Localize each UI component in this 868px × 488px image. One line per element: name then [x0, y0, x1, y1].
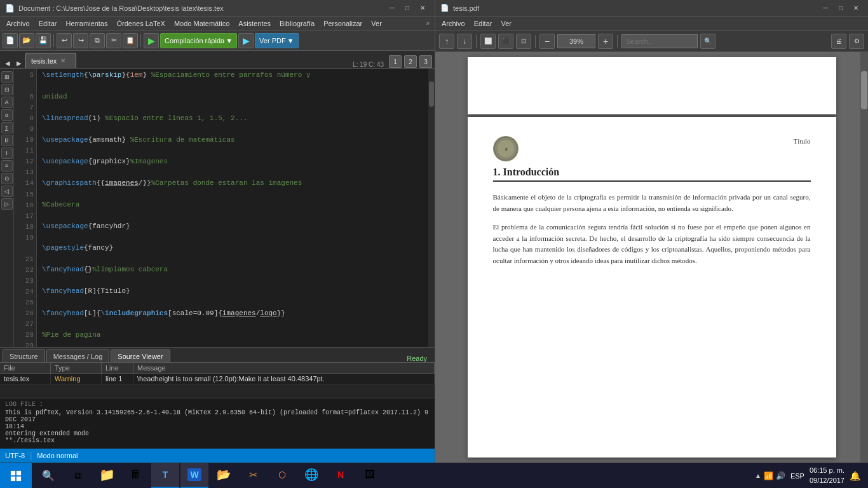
tab-next-button[interactable]: ▶ — [14, 58, 24, 68]
pdf-zoom-out-button[interactable]: − — [539, 34, 555, 49]
tab-structure[interactable]: Structure — [3, 349, 45, 362]
language-indicator[interactable]: ESP — [788, 472, 807, 480]
tab-filename: tesis.tex — [31, 57, 57, 65]
pdf-page-title-text: Título — [794, 136, 811, 145]
side-tool-2[interactable]: ⊟ — [1, 84, 13, 95]
chrome-icon: 🌐 — [304, 468, 318, 482]
menu-ver[interactable]: Ver — [367, 18, 386, 29]
menu-personalizar[interactable]: Personalizar — [320, 18, 366, 29]
menu-bibliografia[interactable]: Bibliografía — [276, 18, 318, 29]
pdf-settings-button[interactable]: ⚙ — [849, 34, 864, 49]
taskbar-app-word[interactable]: W — [180, 463, 208, 489]
pdf-close-button[interactable]: ✕ — [849, 2, 863, 15]
pdf-forward-button[interactable]: ↓ — [457, 34, 472, 49]
side-tool-7[interactable]: I — [1, 147, 13, 159]
new-file-button[interactable]: 📄 — [3, 33, 18, 48]
view-pdf-button[interactable]: Ver PDF ▼ — [255, 33, 298, 48]
tab-num-3[interactable]: 3 — [419, 55, 432, 68]
taskbar-app-photos[interactable]: 🖼 — [356, 463, 384, 489]
run-button[interactable]: ▶ — [144, 33, 159, 48]
volume-icon[interactable]: 🔊 — [776, 471, 785, 480]
close-button[interactable]: ✕ — [416, 2, 430, 15]
chevron-up-icon[interactable]: ▲ — [755, 472, 761, 479]
taskbar-app-netflix[interactable]: N — [327, 463, 355, 489]
taskbar-app-git[interactable]: ⬡ — [268, 463, 296, 489]
menu-asistentes[interactable]: Asistentes — [234, 18, 275, 29]
cut-button[interactable]: ✂ — [106, 33, 121, 48]
menu-overflow[interactable]: » — [423, 18, 432, 28]
pdf-zoom-input[interactable] — [557, 34, 595, 48]
side-tool-5[interactable]: ∑ — [1, 122, 13, 133]
start-button[interactable] — [0, 463, 32, 489]
minimize-button[interactable]: ─ — [385, 2, 399, 15]
taskbar-app-texstudio[interactable]: T — [151, 463, 179, 489]
menu-archivo[interactable]: Archivo — [3, 18, 34, 29]
pdf-menu-archivo[interactable]: Archivo — [438, 18, 469, 29]
tab-prev-button[interactable]: ◀ — [3, 58, 13, 68]
warning-message: \headheight is too small (12.0pt):Make i… — [133, 374, 435, 384]
vertical-scrollbar[interactable] — [428, 69, 435, 347]
pdf-back-button[interactable]: ↑ — [439, 34, 454, 49]
open-button[interactable]: 📂 — [19, 33, 34, 48]
paste-button[interactable]: 📋 — [123, 33, 138, 48]
side-tool-3[interactable]: A — [1, 97, 13, 108]
taskbar-app-snipping[interactable]: ✂ — [239, 463, 267, 489]
current-time: 06:15 p. m. — [810, 466, 844, 475]
pdf-window-title: tesis.pdf — [453, 4, 815, 12]
file-tab-tesis[interactable]: tesis.tex ✕ — [25, 53, 76, 68]
compile-dropdown[interactable]: Compilación rápida ▼ — [160, 33, 237, 48]
side-tool-10[interactable]: ◁ — [1, 186, 13, 197]
maximize-button[interactable]: □ — [400, 2, 414, 15]
pdf-select-button[interactable]: ⊡ — [516, 34, 531, 49]
tab-num-1[interactable]: 1 — [389, 55, 402, 68]
pdf-maximize-button[interactable]: □ — [834, 2, 848, 15]
pdf-zoom-in-button[interactable]: + — [598, 34, 613, 49]
menu-editar[interactable]: Editar — [35, 18, 61, 29]
taskbar-app-folder[interactable]: 📂 — [210, 463, 238, 489]
run-pdf-button[interactable]: ▶ — [238, 33, 254, 48]
network-icon[interactable]: 📶 — [764, 471, 773, 480]
menu-ordenes[interactable]: Órdenes LaTeX — [112, 18, 168, 29]
tab-messages-log[interactable]: Messages / Log — [46, 349, 110, 362]
pdf-vertical-scrollbar[interactable] — [860, 52, 868, 463]
menu-herramientas[interactable]: Herramientas — [62, 18, 111, 29]
code-text[interactable]: \setlength{\parskip}{1em} %Espaciamiento… — [37, 69, 428, 347]
undo-button[interactable]: ↩ — [57, 33, 72, 48]
tab-num-2[interactable]: 2 — [404, 55, 417, 68]
pdf-menu-ver[interactable]: Ver — [497, 18, 515, 29]
clock-display[interactable]: 06:15 p. m. 09/12/2017 — [810, 466, 844, 485]
copy-button[interactable]: ⧉ — [90, 33, 105, 48]
svg-rect-5 — [11, 476, 15, 480]
taskbar-search[interactable]: 🔍 — [34, 463, 62, 489]
taskbar-taskview[interactable]: ⧉ — [64, 463, 92, 489]
side-tool-4[interactable]: α — [1, 109, 13, 121]
log-line-3: entering extended mode — [5, 430, 430, 437]
pdf-minimize-button[interactable]: ─ — [818, 2, 832, 15]
warning-row-1[interactable]: tesis.tex Warning line 1 \headheight is … — [0, 374, 435, 384]
pdf-menu-editar[interactable]: Editar — [470, 18, 496, 29]
code-editor[interactable]: 5 678910111213141516171819 2122232425262… — [14, 69, 435, 347]
editor-area: ⊞ ⊟ A α ∑ B I ≡ ⊙ ◁ ▷ 5 6789101112131415… — [0, 69, 435, 347]
pdf-fit-page-button[interactable]: ⬜ — [480, 34, 496, 49]
pdf-search-input[interactable] — [621, 34, 698, 48]
save-button[interactable]: 💾 — [36, 33, 51, 48]
taskbar-app-chrome[interactable]: 🌐 — [297, 463, 325, 489]
side-tool-9[interactable]: ⊙ — [1, 173, 13, 184]
side-tool-1[interactable]: ⊞ — [1, 71, 13, 83]
col-file: File — [0, 363, 51, 373]
pdf-print-button[interactable]: 🖨 — [831, 34, 846, 49]
warnings-table: File Type Line Message tesis.tex Warning… — [0, 363, 435, 398]
side-tool-6[interactable]: B — [1, 135, 13, 146]
pdf-viewer-window: 📄 tesis.pdf ─ □ ✕ Archivo Editar Ver ↑ ↓… — [435, 0, 868, 463]
notifications-icon[interactable]: 🔔 — [847, 471, 863, 481]
taskbar-app-explorer[interactable]: 📁 — [93, 463, 121, 489]
taskbar-app-calculator[interactable]: 🖩 — [122, 463, 150, 489]
tab-close-button[interactable]: ✕ — [59, 57, 67, 64]
side-tool-11[interactable]: ▷ — [1, 198, 13, 210]
side-tool-8[interactable]: ≡ — [1, 160, 13, 172]
pdf-search-button[interactable]: 🔍 — [700, 34, 715, 49]
tab-source-viewer[interactable]: Source Viewer — [111, 349, 170, 362]
pdf-fit-width-button[interactable]: ⬛ — [498, 34, 513, 49]
redo-button[interactable]: ↪ — [73, 33, 88, 48]
menu-matematico[interactable]: Modo Matemático — [170, 18, 233, 29]
